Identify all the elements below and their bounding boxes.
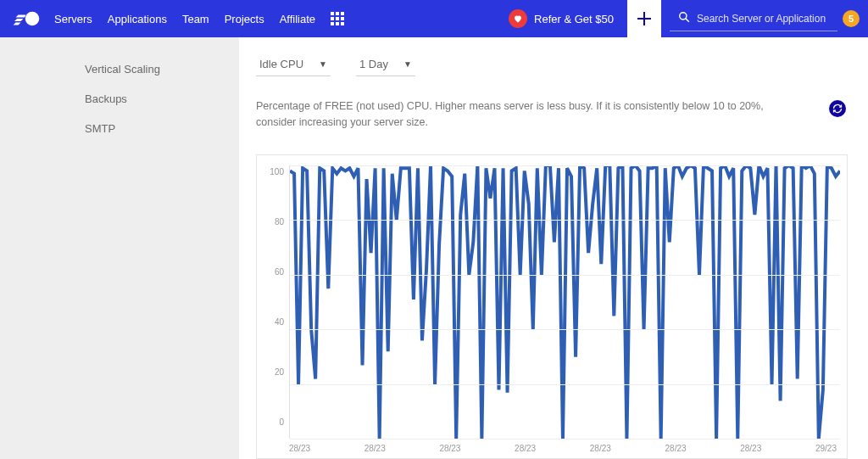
svg-rect-6 <box>341 17 344 20</box>
sidebar-item-vertical-scaling[interactable]: Vertical Scaling <box>0 54 239 84</box>
refer-link[interactable]: Refer & Get $50 <box>509 9 624 28</box>
svg-rect-8 <box>336 22 339 25</box>
chart-x-tick: 28/23 <box>590 444 611 453</box>
svg-rect-5 <box>336 17 339 20</box>
heart-icon <box>509 9 527 28</box>
nav-team[interactable]: Team <box>182 13 209 25</box>
chart-y-axis: 100806040200 <box>260 165 289 439</box>
main-nav: Servers Applications Team Projects Affil… <box>54 13 315 25</box>
top-nav-bar: Servers Applications Team Projects Affil… <box>0 0 868 37</box>
chart-x-tick: 28/23 <box>289 444 310 453</box>
refer-label: Refer & Get $50 <box>534 13 614 25</box>
chart-y-tick: 20 <box>275 367 284 377</box>
svg-line-11 <box>686 19 689 22</box>
chart-x-axis: 28/2328/2328/2328/2328/2328/2328/2329/23 <box>260 439 840 453</box>
chart-x-tick: 28/23 <box>740 444 761 453</box>
svg-rect-9 <box>341 22 344 25</box>
chart-x-tick: 29/23 <box>815 444 837 453</box>
metric-value: Idle CPU <box>259 58 303 70</box>
range-dropdown[interactable]: 1 Day ▼ <box>356 54 415 76</box>
chart-y-tick: 0 <box>279 417 284 427</box>
chart-plot-area <box>289 165 840 439</box>
search-input[interactable] <box>697 13 832 25</box>
metric-description: Percentage of FREE (not used) CPU. Highe… <box>256 98 782 131</box>
metric-dropdown[interactable]: Idle CPU ▼ <box>256 54 331 76</box>
range-value: 1 Day <box>359 58 388 70</box>
chart-x-tick: 28/23 <box>665 444 687 453</box>
chart-x-tick: 28/23 <box>439 444 460 453</box>
nav-servers[interactable]: Servers <box>54 13 92 25</box>
chevron-down-icon: ▼ <box>403 59 412 69</box>
chart-x-tick: 28/23 <box>364 444 386 453</box>
apps-grid-icon[interactable] <box>331 12 344 25</box>
nav-affiliate[interactable]: Affiliate <box>280 13 315 25</box>
search-icon <box>678 11 690 25</box>
nav-applications[interactable]: Applications <box>108 13 167 25</box>
filter-row: Idle CPU ▼ 1 Day ▼ <box>256 54 848 76</box>
main-panel: Idle CPU ▼ 1 Day ▼ Percentage of FREE (n… <box>239 37 868 459</box>
sidebar: Vertical Scaling Backups SMTP <box>0 37 239 459</box>
svg-point-0 <box>25 12 40 26</box>
svg-rect-2 <box>336 12 339 15</box>
chart-y-tick: 80 <box>275 217 284 227</box>
chart-y-tick: 60 <box>275 267 284 277</box>
add-button[interactable] <box>627 0 661 37</box>
chevron-down-icon: ▼ <box>319 59 327 69</box>
cpu-chart: 100806040200 28/2328/2328/2328/2328/2328… <box>256 154 848 460</box>
chart-x-tick: 28/23 <box>515 444 536 453</box>
chart-y-tick: 100 <box>270 167 284 176</box>
search-box[interactable] <box>670 6 837 31</box>
sidebar-item-smtp[interactable]: SMTP <box>0 114 239 143</box>
brand-logo[interactable] <box>12 9 42 28</box>
chart-y-tick: 40 <box>275 317 284 327</box>
notification-badge[interactable]: 5 <box>843 10 860 27</box>
nav-projects[interactable]: Projects <box>225 13 264 25</box>
svg-rect-3 <box>341 12 344 15</box>
svg-rect-1 <box>331 12 334 15</box>
svg-rect-4 <box>331 17 334 20</box>
svg-rect-7 <box>331 22 334 25</box>
svg-point-10 <box>680 13 687 20</box>
refresh-button[interactable] <box>829 100 846 117</box>
sidebar-item-backups[interactable]: Backups <box>0 84 239 114</box>
chart-series-line <box>290 165 840 439</box>
